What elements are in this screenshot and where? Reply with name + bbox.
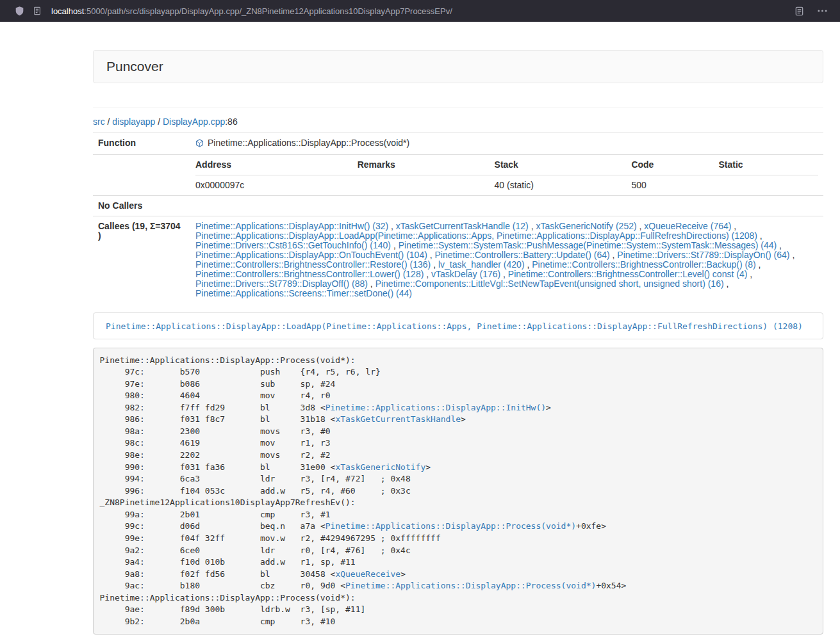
url-bar[interactable]: localhost:5000/path/src/displayapp/Displ… [51, 6, 790, 16]
more-menu-icon-glyph [818, 10, 827, 12]
remarks-cell [358, 175, 495, 191]
callee-link[interactable]: Pinetime::Controllers::BrightnessControl… [532, 259, 755, 270]
metrics-data-row: 0x0000097c 40 (static) 500 [195, 175, 818, 191]
callee-link[interactable]: Pinetime::System::SystemTask::PushMessag… [399, 240, 777, 250]
metrics-table: Address Remarks Stack Code Static 0x0000… [195, 160, 818, 190]
browser-chrome: localhost:5000/path/src/displayapp/Displ… [0, 0, 840, 22]
more-menu-icon[interactable] [813, 2, 831, 20]
app-header: Puncover [93, 50, 823, 83]
breadcrumb-link[interactable]: displayapp [112, 117, 155, 127]
highlighted-symbol-link[interactable]: Pinetime::Applications::DisplayApp::Load… [106, 321, 803, 331]
code-symbol-link[interactable]: xTaskGetCurrentTaskHandle [335, 414, 461, 424]
remarks-column-header: Remarks [358, 160, 495, 175]
callee-link[interactable]: xTaskGenericNotify (252) [536, 221, 636, 231]
shield-icon[interactable] [10, 2, 28, 20]
stack-column-header: Stack [495, 160, 632, 175]
address-cell: 0x0000097c [195, 175, 358, 191]
metrics-row-label-empty [93, 155, 190, 196]
callee-link[interactable]: Pinetime::Controllers::BrightnessControl… [508, 269, 747, 279]
callee-link[interactable]: vTaskDelay (176) [431, 269, 500, 279]
callee-link[interactable]: Pinetime::Applications::DisplayApp::Init… [195, 221, 388, 231]
breadcrumb-link[interactable]: DisplayApp.cpp [163, 117, 225, 127]
callees-row: Callees (19, Σ=3704 ) Pinetime::Applicat… [93, 216, 823, 304]
static-column-header: Static [718, 160, 818, 175]
code-column-header: Code [631, 160, 718, 175]
function-label: Function [93, 133, 190, 155]
function-row: Function Pinetime::Applications::Display… [93, 133, 823, 155]
page-title: Puncover [106, 59, 163, 74]
code-symbol-link[interactable]: xTaskGenericNotify [335, 462, 425, 472]
url-host: localhost [51, 6, 84, 16]
callee-link[interactable]: Pinetime::Applications::DisplayApp::OnTo… [195, 250, 427, 260]
breadcrumb-link[interactable]: src [93, 117, 105, 127]
main-content: Puncover src / displayapp / DisplayApp.c… [93, 50, 823, 635]
callee-link[interactable]: lv_task_handler (420) [438, 259, 525, 270]
page-icon[interactable] [28, 2, 46, 20]
reader-view-icon-glyph [795, 6, 804, 16]
callees-list: Pinetime::Applications::DisplayApp::Init… [190, 216, 823, 304]
code-symbol-link[interactable]: xQueueReceive [335, 569, 400, 579]
callees-label: Callees (19, Σ=3704 ) [93, 216, 190, 304]
callee-link[interactable]: Pinetime::Components::LittleVgl::SetNewT… [375, 279, 724, 289]
metrics-cell: Address Remarks Stack Code Static 0x0000… [190, 155, 823, 196]
no-callers-row: No Callers [93, 196, 823, 216]
symbol-table: Function Pinetime::Applications::Display… [93, 133, 823, 303]
callee-link[interactable]: Pinetime::Controllers::BrightnessControl… [195, 269, 424, 279]
static-cell [718, 175, 818, 191]
function-name: Pinetime::Applications::DisplayApp::Proc… [208, 138, 409, 148]
url-path: :5000/path/src/displayapp/DisplayApp.cpp… [84, 6, 452, 16]
no-callers-label: No Callers [93, 196, 190, 216]
stack-cell: 40 (static) [495, 175, 632, 191]
address-column-header: Address [195, 160, 358, 175]
symbol-type-icon [195, 139, 204, 149]
callee-link[interactable]: xTaskGetCurrentTaskHandle (12) [396, 221, 529, 231]
code-symbol-link[interactable]: Pinetime::Applications::DisplayApp::Proc… [325, 521, 576, 531]
function-name-cell: Pinetime::Applications::DisplayApp::Proc… [190, 133, 823, 155]
callee-link[interactable]: Pinetime::Drivers::St7789::DisplayOn() (… [617, 250, 789, 260]
divider [93, 108, 823, 108]
shield-icon-glyph [15, 6, 24, 16]
callee-link[interactable]: Pinetime::Applications::Screens::Timer::… [195, 288, 412, 298]
code-symbol-link[interactable]: Pinetime::Applications::DisplayApp::Proc… [345, 581, 596, 590]
code-cell: 500 [631, 175, 718, 191]
breadcrumb: src / displayapp / DisplayApp.cpp:86 [93, 115, 823, 128]
highlighted-symbol-panel: Pinetime::Applications::DisplayApp::Load… [93, 312, 823, 339]
reader-view-icon[interactable] [790, 2, 808, 20]
disassembly-block: Pinetime::Applications::DisplayApp::Proc… [93, 348, 823, 635]
callee-link[interactable]: Pinetime::Controllers::BrightnessControl… [195, 259, 431, 270]
metrics-row: Address Remarks Stack Code Static 0x0000… [93, 155, 823, 196]
callee-link[interactable]: Pinetime::Drivers::Cst816S::GetTouchInfo… [195, 240, 391, 250]
callee-link[interactable]: xQueueReceive (764) [644, 221, 731, 231]
code-symbol-link[interactable]: Pinetime::Applications::DisplayApp::Init… [325, 403, 546, 412]
no-callers-cell-empty [190, 196, 823, 216]
callee-link[interactable]: Pinetime::Drivers::St7789::DisplayOff() … [195, 279, 368, 289]
callee-link[interactable]: Pinetime::Controllers::Battery::Update()… [435, 250, 610, 260]
callee-link[interactable]: Pinetime::Applications::DisplayApp::Load… [195, 231, 757, 241]
toolbar-right [790, 2, 834, 20]
page-icon-glyph [33, 6, 42, 15]
metrics-header-row: Address Remarks Stack Code Static [195, 160, 818, 175]
